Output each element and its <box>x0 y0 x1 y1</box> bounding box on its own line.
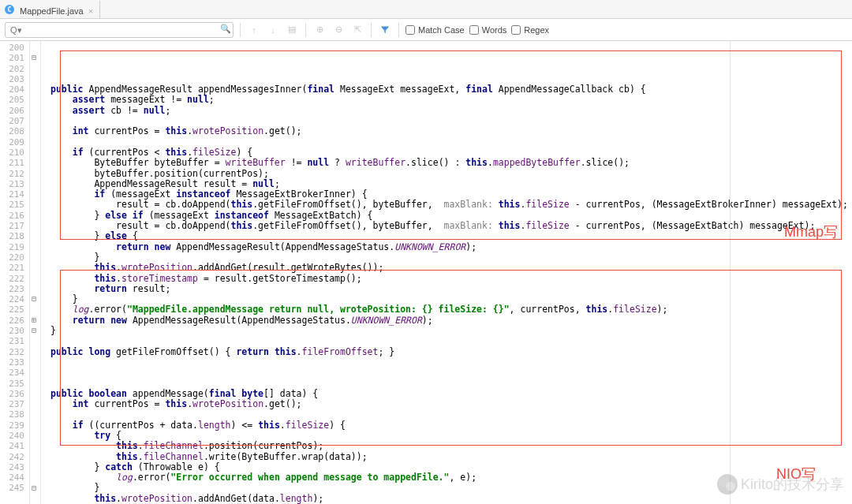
search-input[interactable] <box>5 22 234 38</box>
tab-filename: MappedFile.java <box>20 6 84 16</box>
watermark: Kirito的技术分享 <box>717 474 844 495</box>
separator <box>398 23 399 37</box>
match-case-checkbox[interactable]: Match Case <box>405 25 465 35</box>
svg-point-1 <box>726 482 734 491</box>
remove-selection-icon[interactable]: ⊖ <box>331 22 346 38</box>
fold-column: ⊟⊟⊞⊟⊟ <box>30 41 41 504</box>
code-area[interactable]: public AppendMessageResult appendMessage… <box>41 41 852 504</box>
separator <box>305 23 306 37</box>
editor-tab[interactable]: MappedFile.java × <box>18 1 100 18</box>
separator <box>240 23 241 37</box>
select-all-icon[interactable]: ▤ <box>285 22 299 38</box>
wechat-icon <box>717 474 738 495</box>
separator <box>371 23 372 37</box>
search-icon[interactable]: 🔍 <box>220 24 231 34</box>
search-toolbar: 🔍 ↑ ↓ ▤ ⊕ ⊖ ⇱ Match Case Words Regex <box>0 19 852 41</box>
file-type-icon: C <box>5 5 14 14</box>
code-editor[interactable]: 2002012022032042052062072082092102112122… <box>0 41 852 504</box>
regex-checkbox[interactable]: Regex <box>511 25 549 35</box>
filter-icon[interactable] <box>378 22 392 38</box>
watermark-text: Kirito的技术分享 <box>741 475 844 494</box>
words-checkbox[interactable]: Words <box>469 25 507 35</box>
tab-bar: C MappedFile.java × <box>0 0 852 19</box>
next-match-icon[interactable]: ↓ <box>266 22 280 38</box>
annotation-mmap: Mmap写 <box>784 222 838 241</box>
margin-guide <box>730 41 731 504</box>
search-box[interactable]: 🔍 <box>5 22 234 38</box>
prev-match-icon[interactable]: ↑ <box>247 22 261 38</box>
export-icon[interactable]: ⇱ <box>350 22 364 38</box>
add-selection-icon[interactable]: ⊕ <box>312 22 327 38</box>
line-gutter: 2002012022032042052062072082092102112122… <box>0 41 30 504</box>
close-icon[interactable]: × <box>88 6 93 16</box>
